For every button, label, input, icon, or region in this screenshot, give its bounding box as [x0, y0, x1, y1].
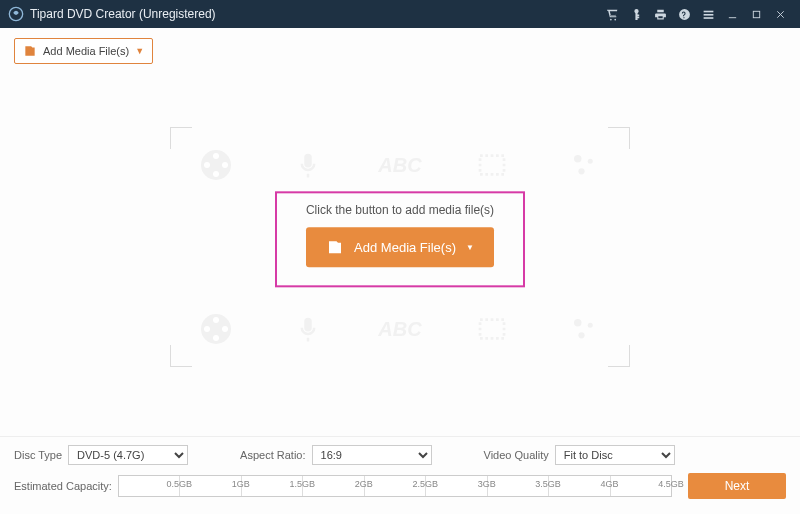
tick: 4.5GB: [611, 476, 671, 496]
svg-point-10: [204, 162, 210, 168]
chevron-down-icon: ▼: [466, 243, 474, 252]
aspect-ratio-select[interactable]: 16:9: [312, 445, 432, 465]
svg-point-15: [578, 168, 584, 174]
svg-point-25: [578, 332, 584, 338]
svg-rect-3: [703, 17, 713, 19]
toolbar: Add Media File(s) ▼: [0, 28, 800, 74]
aspect-ratio-label: Aspect Ratio:: [240, 449, 305, 461]
menu-icon[interactable]: [698, 4, 718, 24]
video-quality-label: Video Quality: [484, 449, 549, 461]
minimize-icon[interactable]: [722, 4, 742, 24]
tick: 3GB: [426, 476, 487, 496]
tick-label: 4.5GB: [657, 479, 685, 489]
svg-point-14: [588, 159, 593, 164]
app-title: Tipard DVD Creator (Unregistered): [30, 7, 216, 21]
svg-point-20: [204, 326, 210, 332]
sparkle-icon: [564, 145, 604, 185]
film-icon: [196, 145, 236, 185]
svg-point-24: [588, 323, 593, 328]
svg-rect-12: [480, 156, 504, 175]
add-media-main-button[interactable]: Add Media File(s) ▼: [306, 227, 494, 267]
mic-icon: [288, 145, 328, 185]
disc-type-label: Disc Type: [14, 449, 62, 461]
app-logo: [8, 6, 24, 22]
svg-point-13: [574, 155, 582, 163]
svg-rect-5: [753, 11, 759, 17]
next-button[interactable]: Next: [688, 473, 786, 499]
canvas: ABC ABC Click the button to add media fi…: [19, 70, 781, 424]
svg-point-17: [213, 317, 219, 323]
svg-point-19: [213, 335, 219, 341]
tick: 1GB: [180, 476, 241, 496]
add-media-label: Add Media File(s): [43, 45, 129, 57]
add-media-button[interactable]: Add Media File(s) ▼: [14, 38, 153, 64]
tick: 0.5GB: [119, 476, 180, 496]
tick: 3.5GB: [488, 476, 549, 496]
video-quality-select[interactable]: Fit to Disc: [555, 445, 675, 465]
cart-icon[interactable]: [602, 4, 622, 24]
clip-icon: [472, 309, 512, 349]
tick: 1.5GB: [242, 476, 303, 496]
tick: 2.5GB: [365, 476, 426, 496]
close-icon[interactable]: [770, 4, 790, 24]
add-media-callout: Click the button to add media file(s) Ad…: [275, 191, 525, 287]
disc-type-select[interactable]: DVD-5 (4.7G): [68, 445, 188, 465]
mic-icon: [288, 309, 328, 349]
sparkle-icon: [564, 309, 604, 349]
svg-point-7: [213, 153, 219, 159]
add-media-main-label: Add Media File(s): [354, 240, 456, 255]
svg-point-8: [222, 162, 228, 168]
clip-icon: [472, 145, 512, 185]
ghost-row: ABC: [170, 309, 630, 349]
svg-rect-21: [304, 318, 312, 332]
bottom-panel: Disc Type DVD-5 (4.7G) Aspect Ratio: 16:…: [0, 436, 800, 514]
svg-point-9: [213, 171, 219, 177]
chevron-down-icon: ▼: [135, 46, 144, 56]
tick: 4GB: [549, 476, 610, 496]
svg-rect-4: [728, 17, 735, 18]
capacity-label: Estimated Capacity:: [14, 480, 112, 492]
maximize-icon[interactable]: [746, 4, 766, 24]
svg-point-23: [574, 319, 582, 327]
abc-icon: ABC: [380, 309, 420, 349]
capacity-ruler: 0.5GB1GB1.5GB2GB2.5GB3GB3.5GB4GB4.5GB: [118, 475, 672, 497]
drop-zone: ABC ABC Click the button to add media fi…: [170, 127, 630, 367]
ghost-row: ABC: [170, 145, 630, 185]
svg-rect-22: [480, 320, 504, 339]
capacity-row: Estimated Capacity: 0.5GB1GB1.5GB2GB2.5G…: [14, 473, 786, 499]
key-icon[interactable]: [626, 4, 646, 24]
svg-rect-11: [304, 154, 312, 168]
abc-icon: ABC: [380, 145, 420, 185]
add-media-hint: Click the button to add media file(s): [277, 203, 523, 217]
printer-icon[interactable]: [650, 4, 670, 24]
tick: 2GB: [303, 476, 364, 496]
svg-rect-2: [703, 13, 713, 15]
help-icon[interactable]: [674, 4, 694, 24]
svg-point-18: [222, 326, 228, 332]
options-row: Disc Type DVD-5 (4.7G) Aspect Ratio: 16:…: [14, 445, 786, 465]
film-icon: [196, 309, 236, 349]
titlebar: Tipard DVD Creator (Unregistered): [0, 0, 800, 28]
svg-rect-1: [703, 10, 713, 12]
